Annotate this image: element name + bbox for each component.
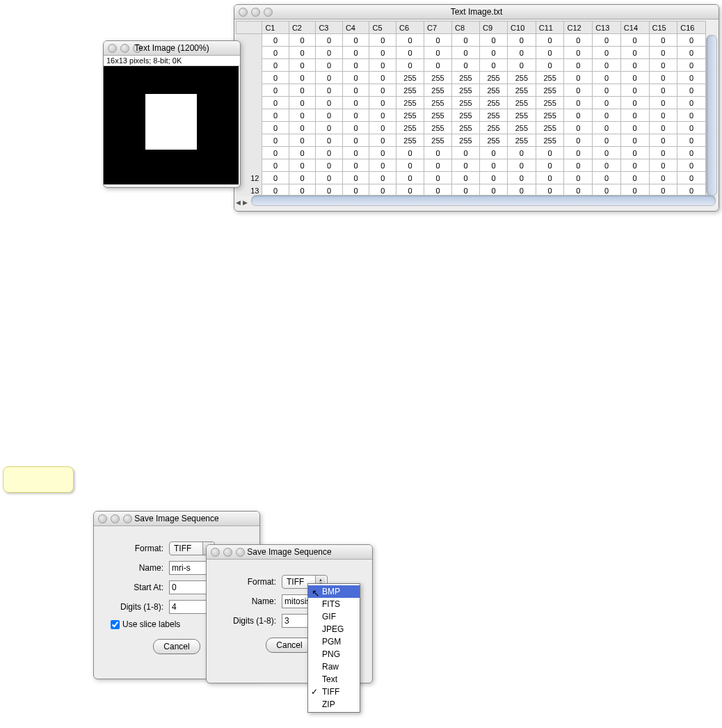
column-header[interactable]: C4 [342, 22, 369, 34]
data-cell[interactable]: 0 [620, 134, 649, 147]
data-cell[interactable]: 0 [620, 59, 649, 72]
data-cell[interactable]: 0 [480, 47, 508, 59]
slice-labels-checkbox[interactable] [111, 620, 120, 629]
data-cell[interactable]: 0 [564, 172, 593, 184]
dropdown-option[interactable]: FITS [308, 598, 360, 610]
data-cell[interactable]: 0 [564, 84, 593, 97]
data-cell[interactable]: 0 [593, 122, 621, 134]
data-cell[interactable]: 255 [452, 72, 480, 84]
minimize-icon[interactable] [223, 548, 232, 557]
data-cell[interactable]: 0 [593, 47, 621, 59]
data-cell[interactable]: 255 [480, 84, 508, 97]
data-cell[interactable]: 0 [508, 172, 536, 184]
data-cell[interactable]: 0 [452, 59, 480, 72]
data-cell[interactable]: 0 [536, 147, 564, 159]
data-cell[interactable]: 0 [369, 97, 396, 109]
data-cell[interactable]: 0 [480, 34, 508, 47]
zoom-icon[interactable] [236, 548, 245, 557]
data-cell[interactable]: 0 [316, 72, 343, 84]
data-cell[interactable]: 0 [262, 172, 289, 184]
data-cell[interactable]: 255 [508, 72, 536, 84]
data-cell[interactable]: 255 [536, 122, 564, 134]
data-cell[interactable]: 0 [677, 134, 706, 147]
data-cell[interactable]: 0 [593, 97, 621, 109]
data-cell[interactable]: 0 [369, 59, 396, 72]
data-cell[interactable]: 0 [593, 147, 621, 159]
dropdown-option[interactable]: GIF [308, 610, 360, 623]
data-cell[interactable]: 255 [396, 122, 424, 134]
data-cell[interactable]: 0 [369, 109, 396, 122]
data-cell[interactable]: 0 [564, 147, 593, 159]
data-cell[interactable]: 0 [289, 34, 316, 47]
data-cell[interactable]: 0 [342, 109, 369, 122]
data-cell[interactable]: 255 [536, 97, 564, 109]
column-header[interactable]: C8 [452, 22, 480, 34]
data-cell[interactable]: 0 [564, 134, 593, 147]
column-header[interactable]: C1 [262, 22, 289, 34]
data-cell[interactable]: 255 [508, 122, 536, 134]
column-header[interactable]: C16 [677, 22, 706, 34]
column-header[interactable]: C6 [396, 22, 424, 34]
image-canvas[interactable] [104, 66, 239, 184]
zoom-icon[interactable] [133, 44, 142, 53]
data-cell[interactable]: 0 [342, 159, 369, 172]
data-cell[interactable]: 0 [677, 34, 706, 47]
data-cell[interactable]: 0 [536, 172, 564, 184]
data-cell[interactable]: 255 [424, 134, 451, 147]
data-cell[interactable]: 255 [396, 72, 424, 84]
data-cell[interactable]: 255 [508, 134, 536, 147]
data-cell[interactable]: 0 [677, 47, 706, 59]
data-cell[interactable]: 0 [262, 59, 289, 72]
data-cell[interactable]: 0 [424, 34, 451, 47]
data-cell[interactable]: 0 [369, 159, 396, 172]
data-cell[interactable]: 0 [316, 84, 343, 97]
data-cell[interactable]: 0 [536, 59, 564, 72]
data-cell[interactable]: 0 [342, 34, 369, 47]
close-icon[interactable] [108, 44, 117, 53]
data-cell[interactable]: 0 [649, 47, 677, 59]
data-cell[interactable]: 0 [620, 172, 649, 184]
column-header[interactable]: C2 [289, 22, 316, 34]
data-cell[interactable]: 0 [289, 134, 316, 147]
data-cell[interactable]: 0 [677, 97, 706, 109]
data-cell[interactable]: 0 [369, 172, 396, 184]
data-cell[interactable]: 0 [369, 84, 396, 97]
data-cell[interactable]: 0 [649, 34, 677, 47]
data-cell[interactable]: 0 [649, 159, 677, 172]
data-cell[interactable]: 0 [262, 84, 289, 97]
data-cell[interactable]: 0 [262, 97, 289, 109]
data-cell[interactable]: 0 [593, 59, 621, 72]
data-cell[interactable]: 255 [536, 109, 564, 122]
data-cell[interactable]: 0 [508, 159, 536, 172]
data-cell[interactable]: 0 [564, 122, 593, 134]
data-cell[interactable]: 255 [480, 134, 508, 147]
dropdown-option[interactable]: JPEG [308, 623, 360, 635]
data-cell[interactable]: 0 [262, 147, 289, 159]
column-header[interactable]: C7 [424, 22, 451, 34]
data-cell[interactable]: 0 [649, 84, 677, 97]
data-table[interactable]: C1C2C3C4C5C6C7C8C9C10C11C12C13C14C15C160… [236, 21, 706, 196]
data-cell[interactable]: 0 [396, 172, 424, 184]
data-cell[interactable]: 0 [316, 34, 343, 47]
column-header[interactable]: C11 [536, 22, 564, 34]
data-cell[interactable]: 0 [262, 159, 289, 172]
data-cell[interactable]: 0 [480, 59, 508, 72]
data-cell[interactable]: 0 [289, 72, 316, 84]
data-cell[interactable]: 0 [564, 47, 593, 59]
data-cell[interactable]: 0 [593, 134, 621, 147]
dropdown-option[interactable]: PNG [308, 648, 360, 660]
titlebar[interactable]: Text Image (1200%) [104, 41, 240, 56]
minimize-icon[interactable] [120, 44, 129, 53]
data-cell[interactable]: 0 [649, 134, 677, 147]
titlebar[interactable]: Text Image.txt [234, 5, 719, 19]
titlebar[interactable]: Save Image Sequence [207, 545, 372, 560]
data-cell[interactable]: 0 [289, 47, 316, 59]
cancel-button[interactable]: Cancel [153, 639, 200, 654]
data-cell[interactable]: 0 [342, 134, 369, 147]
data-cell[interactable]: 0 [452, 34, 480, 47]
data-cell[interactable]: 0 [262, 47, 289, 59]
data-cell[interactable]: 255 [480, 109, 508, 122]
horizontal-scrollbar[interactable] [251, 195, 716, 206]
data-cell[interactable]: 0 [480, 159, 508, 172]
data-cell[interactable]: 0 [620, 147, 649, 159]
